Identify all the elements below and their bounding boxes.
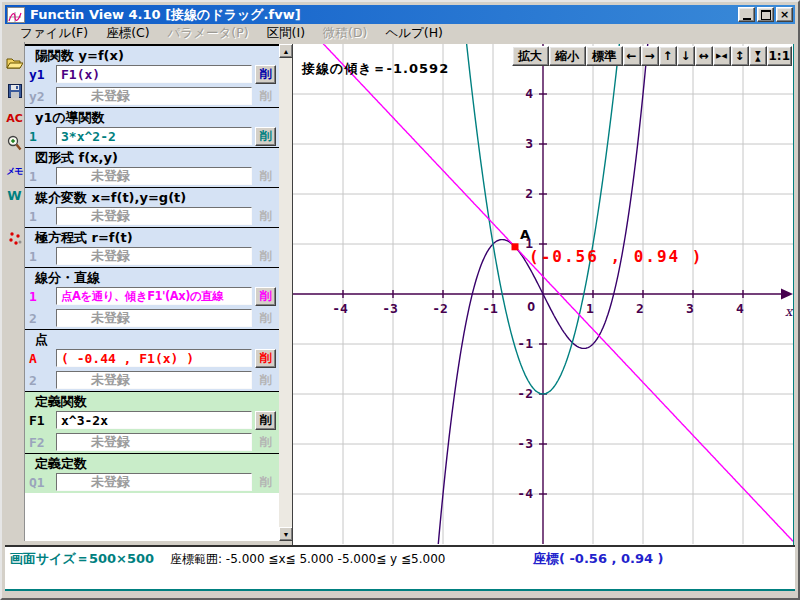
row-point-A: A( -0.44 , F1(x) )削 (25, 347, 279, 369)
row-label-2: 2 (29, 311, 56, 326)
open-file-icon[interactable] (6, 54, 23, 73)
menu-item-help[interactable]: ヘルプ(H) (376, 24, 452, 43)
scroll-down-button[interactable]: ▼ (279, 527, 293, 541)
maximize-button[interactable] (757, 7, 774, 22)
input-implicit-1[interactable]: 未登録 (56, 167, 252, 185)
section-header-defined-function: 定義関数 (25, 391, 279, 409)
graph-toolbar-expand-y[interactable]: ↕ (731, 46, 749, 66)
graph-toolbar-expand-x[interactable]: ↔ (695, 46, 713, 66)
row-line-segment-2: 2未登録削 (25, 307, 279, 329)
x-tick-label-3: 3 (686, 301, 694, 316)
compress-y-icon: ▶◀ (754, 51, 761, 62)
plot-area[interactable]: x-4-3-2-112344321-1-2-3-4OA(-0.56 , 0.94… (292, 44, 794, 545)
graph-toolbar-compress-y[interactable]: ▶◀ (749, 46, 767, 66)
origin-label: O (527, 299, 535, 314)
y-tick-label-4: 4 (525, 86, 533, 101)
menu-bar: ファイル(F)座標(C)パラメータ(P)区間(I)微積(D)ヘルプ(H) (5, 24, 795, 42)
menu-item-coordinate[interactable]: 座標(C) (97, 24, 158, 43)
input-defined-function-F1[interactable]: x^3-2x (56, 411, 252, 429)
section-implicit: 図形式 f(x,y)1未登録削 (25, 147, 279, 187)
graph-toolbar-pan-right[interactable]: → (641, 46, 659, 66)
status-coordinate-range: 座標範囲: -5.000 ≦x≦ 5.000 -5.000≦ y ≦5.000 (170, 551, 445, 568)
graph-toolbar-pan-left[interactable]: ← (623, 46, 641, 66)
all-clear-button[interactable]: AC (6, 112, 23, 125)
zoom-out-icon: 縮小 (555, 49, 579, 63)
section-header-polar: 極方程式 r=f(t) (25, 227, 279, 245)
delete-button-defined-function-F1[interactable]: 削 (255, 411, 276, 430)
input-point-2[interactable]: 未登録 (56, 371, 252, 389)
memo-button[interactable]: メモ (6, 165, 22, 178)
input-line-segment-2[interactable]: 未登録 (56, 309, 252, 327)
row-label-1: 1 (29, 289, 56, 304)
graph-toolbar-zoom-out[interactable]: 縮小 (549, 46, 586, 66)
input-value-line-segment-2: 未登録 (61, 309, 130, 327)
maximize-icon (761, 10, 771, 20)
section-derivative: y1の導関数13*x^2-2削 (25, 107, 279, 147)
input-value-explicit-y1: F1(x) (61, 67, 100, 82)
delete-button-point-A[interactable]: 削 (255, 349, 276, 368)
input-explicit-y1[interactable]: F1(x) (56, 65, 252, 83)
input-derivative-1[interactable]: 3*x^2-2 (56, 127, 252, 145)
menu-item-file[interactable]: ファイル(F) (11, 24, 97, 43)
menu-item-interval[interactable]: 区間(I) (258, 24, 314, 43)
graph-toolbar-standard[interactable]: 標準 (586, 46, 623, 66)
input-explicit-y2[interactable]: 未登録 (56, 87, 252, 105)
expand-x-icon: ↔ (698, 49, 708, 63)
row-label-y2: y2 (29, 89, 56, 104)
function-panel: 陽関数 y=f(x)y1F1(x)削y2未登録削y1の導関数13*x^2-2削図… (25, 44, 279, 541)
input-value-point-A: ( -0.44 , F1(x) ) (61, 351, 194, 366)
pan-left-icon: ← (626, 49, 636, 63)
graph-toolbar-compress-x[interactable]: ▶◀ (713, 46, 731, 66)
graph-toolbar-pan-up[interactable]: ↑ (659, 46, 677, 66)
app-window: Functin View 4.10 [接線のドラッグ.fvw] × ファイル(F… (0, 0, 800, 600)
section-header-defined-constant: 定義定数 (25, 453, 279, 471)
scatter-points-icon[interactable] (8, 231, 22, 251)
y-tick-label--3: -3 (517, 436, 533, 451)
delete-button-derivative-1[interactable]: 削 (255, 127, 276, 146)
x-tick-label--4: -4 (332, 301, 348, 316)
window-title: Functin View 4.10 [接線のドラッグ.fvw] (30, 6, 736, 24)
section-header-point: 点 (25, 329, 279, 347)
w-tool-button[interactable]: W (7, 188, 21, 203)
input-parametric-1[interactable]: 未登録 (56, 207, 252, 225)
scroll-up-button[interactable]: ▲ (279, 44, 293, 58)
input-value-defined-function-F1: x^3-2x (61, 413, 108, 428)
row-defined-function-F1: F1x^3-2x削 (25, 409, 279, 431)
input-value-line-segment-1: 点Aを通り、傾きF1'(Ax)の直線 (61, 289, 223, 304)
row-explicit-y1: y1F1(x)削 (25, 63, 279, 85)
graph-toolbar-pan-down[interactable]: ↓ (677, 46, 695, 66)
graph-toolbar-one-to-one[interactable]: 1:1 (767, 46, 793, 66)
delete-button-line-segment-1[interactable]: 削 (255, 287, 276, 306)
input-value-explicit-y2: 未登録 (61, 87, 130, 105)
graph-toolbar: 拡大縮小標準←→↑↓↔▶◀↕▶◀1:1 (512, 46, 793, 66)
delete-button-explicit-y1[interactable]: 削 (255, 65, 276, 84)
graph-toolbar-zoom-in[interactable]: 拡大 (512, 46, 549, 66)
title-bar[interactable]: Functin View 4.10 [接線のドラッグ.fvw] × (5, 5, 795, 24)
point-A-marker[interactable] (512, 243, 519, 250)
save-icon[interactable] (8, 83, 22, 102)
status-screen-size: 画面サイズ＝500×500 (10, 550, 154, 568)
close-button[interactable]: × (776, 7, 793, 22)
close-icon: × (780, 9, 789, 20)
row-label-F2: F2 (29, 435, 56, 450)
minimize-button[interactable] (738, 7, 755, 22)
input-value-polar-1: 未登録 (61, 247, 130, 265)
row-derivative-1: 13*x^2-2削 (25, 125, 279, 147)
input-line-segment-1[interactable]: 点Aを通り、傾きF1'(Ax)の直線 (56, 287, 252, 305)
row-defined-constant-Q1: Q1未登録削 (25, 471, 279, 493)
section-explicit: 陽関数 y=f(x)y1F1(x)削y2未登録削 (25, 45, 279, 107)
plot-canvas[interactable]: x-4-3-2-112344321-1-2-3-4OA(-0.56 , 0.94… (293, 44, 793, 544)
input-defined-constant-Q1[interactable]: 未登録 (56, 473, 252, 491)
section-header-derivative: y1の導関数 (25, 107, 279, 125)
x-tick-label-2: 2 (636, 301, 644, 316)
row-label-1: 1 (29, 249, 56, 264)
row-line-segment-1: 1点Aを通り、傾きF1'(Ax)の直線削 (25, 285, 279, 307)
input-point-A[interactable]: ( -0.44 , F1(x) ) (56, 349, 252, 367)
input-polar-1[interactable]: 未登録 (56, 247, 252, 265)
panel-scrollbar[interactable]: ▲ ▼ (279, 44, 293, 541)
input-defined-function-F2[interactable]: 未登録 (56, 433, 252, 451)
row-defined-function-F2: F2未登録削 (25, 431, 279, 453)
row-implicit-1: 1未登録削 (25, 165, 279, 187)
section-header-implicit: 図形式 f(x,y) (25, 147, 279, 165)
zoom-tool-icon[interactable] (7, 135, 22, 155)
